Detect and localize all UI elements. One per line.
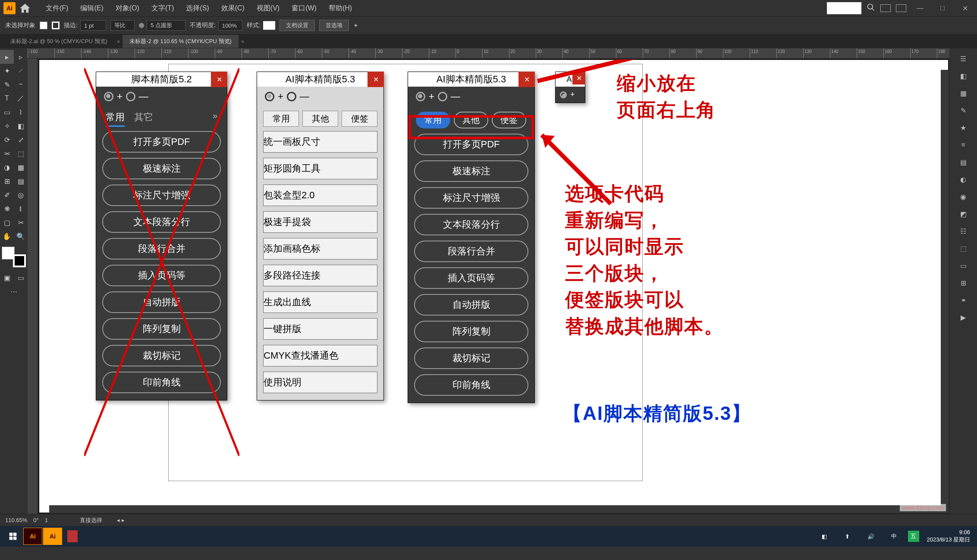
tray-icon-2[interactable]: ⬆ [838, 528, 857, 545]
tool-symbol-spray[interactable]: ❋ [0, 202, 14, 216]
panel-53dark-btn-2[interactable]: 标注尺寸增强 [414, 187, 528, 209]
panel-52-btn-2[interactable]: 标注尺寸增强 [102, 185, 221, 206]
panel-53dark-close[interactable]: ✕ [518, 72, 535, 87]
panel-artboards-icon[interactable]: ▭ [955, 258, 971, 273]
tray-clock[interactable]: 9:062023/8/13 星期日 [924, 529, 974, 544]
top-search-field[interactable] [827, 2, 861, 14]
panel-52-radios[interactable]: +— [96, 87, 227, 106]
workspace-icon[interactable] [896, 4, 906, 12]
maximize-button[interactable]: □ [934, 2, 951, 15]
panel-graphic-styles-icon[interactable]: ◩ [955, 206, 971, 222]
menu-select[interactable]: 选择(S) [180, 4, 215, 13]
panel-52-btn-0[interactable]: 打开多页PDF [102, 131, 221, 153]
tool-selection[interactable]: ▸ [0, 50, 14, 64]
panel-52-tab-b[interactable]: 其它 [134, 111, 153, 127]
tray-ime-icon[interactable]: 中 [885, 528, 904, 545]
tool-shaper[interactable]: ✧ [0, 119, 14, 133]
tray-volume-icon[interactable]: 🔊 [861, 528, 880, 545]
edit-toolbar[interactable]: ⋯ [0, 285, 28, 298]
panel-53light-btn-7[interactable]: 一键拼版 [263, 318, 377, 340]
scrollbar-horizontal[interactable] [49, 505, 949, 513]
tool-eyedropper[interactable]: ✐ [0, 188, 14, 202]
panel-libraries-icon[interactable]: ⊞ [955, 275, 971, 291]
prefs-button[interactable]: 首选项 [319, 20, 349, 31]
panel-asset-export-icon[interactable]: ⬚ [955, 241, 971, 256]
panel-53dark-btn-1[interactable]: 极速标注 [414, 160, 528, 182]
panel-53light-btn-0[interactable]: 统一画板尺寸 [263, 131, 377, 153]
tool-mesh[interactable]: ⊞ [0, 174, 14, 188]
tool-curvature[interactable]: ~ [14, 78, 28, 91]
menu-help[interactable]: 帮助(H) [323, 4, 358, 13]
color-mode[interactable]: ▣ [0, 271, 14, 285]
arrange-icon[interactable] [880, 4, 891, 12]
panel-53light-btn-5[interactable]: 多段路径连接 [263, 265, 377, 286]
tool-slice[interactable]: ✂ [14, 216, 28, 229]
menu-object[interactable]: 对象(O) [110, 4, 145, 13]
taskbar-app-3[interactable] [63, 528, 82, 545]
tray-icon-1[interactable]: ◧ [815, 528, 834, 545]
panel-53dark-btn-4[interactable]: 段落行合并 [414, 241, 528, 262]
panel-52-btn-4[interactable]: 段落行合并 [102, 238, 221, 260]
panel-53light-btn-4[interactable]: 添加画稿色标 [263, 238, 377, 260]
panel-swatches-icon[interactable]: ▦ [955, 85, 971, 101]
doc-tab-1[interactable]: 未标题-2.ai @ 50 % (CMYK/CPU 预览) [3, 35, 114, 48]
fill-swatch[interactable] [40, 22, 47, 29]
tool-zoom[interactable]: 🔍 [14, 229, 28, 243]
panel-53light-btn-2[interactable]: 包装盒型2.0 [263, 185, 377, 206]
panel-53light-tab-1[interactable]: 其他 [302, 111, 338, 127]
canvas[interactable]: 脚本精简版5.2✕ +— 常用其它» 打开多页PDF极速标注标注尺寸增强文本段落… [39, 59, 949, 513]
panel-52-btn-3[interactable]: 文本段落分行 [102, 211, 221, 233]
panel-53dark-btn-8[interactable]: 裁切标记 [414, 347, 528, 369]
search-icon[interactable] [867, 3, 875, 13]
tool-shape-builder[interactable]: ◑ [0, 160, 14, 174]
brush-select[interactable] [147, 20, 185, 31]
tray-lang-icon[interactable]: 五 [908, 531, 919, 542]
panel-52-btn-8[interactable]: 裁切标记 [102, 345, 221, 366]
tool-brush[interactable]: ⌇ [14, 105, 28, 119]
panel-properties-icon[interactable]: ☰ [955, 51, 971, 66]
tool-artboard[interactable]: ▢ [0, 216, 14, 229]
status-zoom[interactable]: 110.65% [5, 517, 27, 523]
panel-appearance-icon[interactable]: ◉ [955, 189, 971, 204]
tool-direct-select[interactable]: ▹ [14, 50, 28, 64]
status-artboard[interactable]: 1 [45, 517, 48, 523]
tool-graph[interactable]: ⫿ [14, 202, 28, 216]
panel-52-close[interactable]: ✕ [211, 72, 227, 87]
menu-window[interactable]: 窗口(W) [286, 4, 323, 13]
panel-color-icon[interactable]: ◧ [955, 68, 971, 84]
tool-blend[interactable]: ◎ [14, 188, 28, 202]
panel-tiny-radios[interactable]: + [556, 87, 585, 103]
pin-icon[interactable]: ✦ [353, 22, 358, 29]
panel-53light-close[interactable]: ✕ [368, 72, 384, 87]
doc-tab-2[interactable]: 未标题-2 @ 110.65 % (CMYK/CPU 预览) [123, 35, 238, 48]
stroke-swatch[interactable] [52, 22, 60, 29]
opacity-input[interactable] [218, 20, 242, 31]
panel-53dark-btn-7[interactable]: 阵列复制 [414, 321, 528, 342]
start-button[interactable] [3, 528, 22, 545]
tool-rect[interactable]: ▭ [0, 105, 14, 119]
taskbar-ai-1[interactable]: Ai [23, 528, 42, 545]
menu-edit[interactable]: 编辑(E) [74, 4, 109, 13]
tool-type[interactable]: T [0, 91, 14, 105]
panel-gradient-icon[interactable]: ▤ [955, 154, 971, 170]
panel-53light-radios[interactable]: +— [257, 87, 383, 106]
panel-53light-btn-9[interactable]: 使用说明 [263, 372, 377, 393]
tool-width[interactable]: ⫘ [0, 147, 14, 160]
tool-gradient[interactable]: ▤ [14, 174, 28, 188]
panel-53light-btn-1[interactable]: 矩形圆角工具 [263, 158, 377, 179]
panel-53light-btn-6[interactable]: 生成出血线 [263, 291, 377, 313]
panel-53light-btn-8[interactable]: CMYK查找潘通色 [263, 345, 377, 366]
stroke-input[interactable] [80, 20, 106, 31]
taskbar-ai-2[interactable]: Ai [43, 528, 62, 545]
panel-53dark-btn-9[interactable]: 印前角线 [414, 374, 528, 396]
tool-rotate[interactable]: ⟳ [0, 133, 14, 147]
close-button[interactable]: ✕ [956, 2, 974, 15]
home-icon[interactable] [19, 2, 31, 14]
panel-52-btn-5[interactable]: 插入页码等 [102, 265, 221, 286]
panel-52-btn-6[interactable]: 自动拼版 [102, 291, 221, 313]
panel-transparency-icon[interactable]: ◐ [955, 172, 971, 187]
panel-53dark-btn-6[interactable]: 自动拼版 [414, 294, 528, 316]
tool-free-transform[interactable]: ⬚ [14, 147, 28, 160]
panel-52-btn-7[interactable]: 阵列复制 [102, 318, 221, 340]
panel-52-btn-1[interactable]: 极速标注 [102, 158, 221, 179]
